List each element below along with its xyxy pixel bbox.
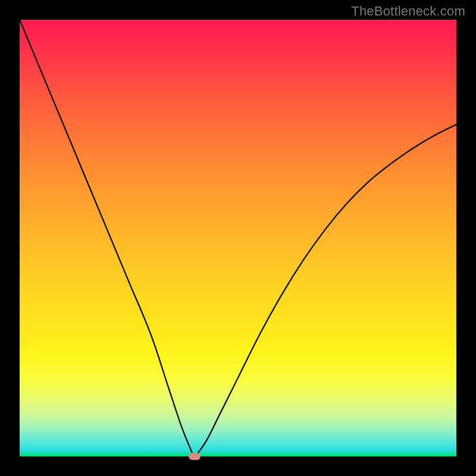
bottleneck-curve xyxy=(20,20,456,456)
minimum-marker xyxy=(189,453,201,460)
plot-area xyxy=(20,20,456,456)
attribution-text: TheBottleneck.com xyxy=(351,4,465,19)
chart-container: TheBottleneck.com xyxy=(0,0,476,476)
curve-layer xyxy=(20,20,456,456)
